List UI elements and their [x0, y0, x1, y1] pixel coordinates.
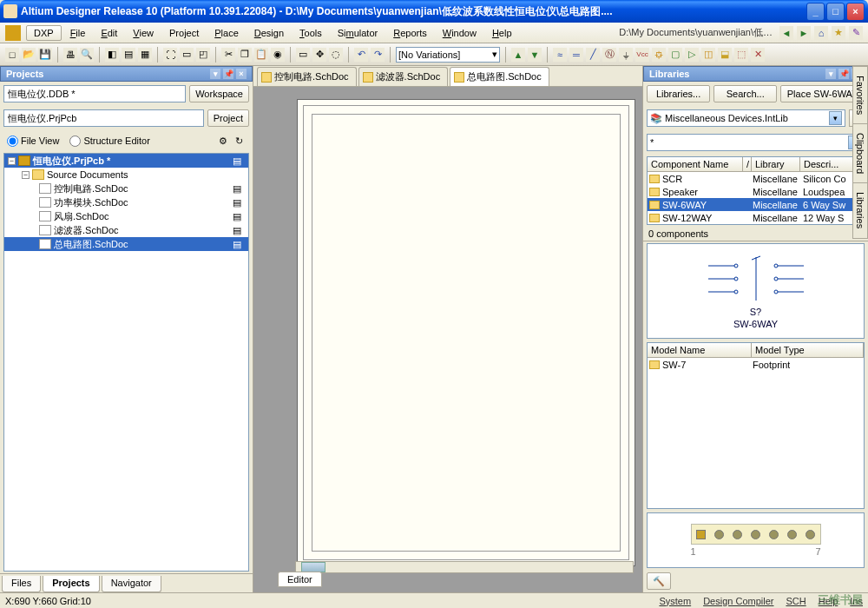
vcc-icon[interactable]: Vcc: [635, 48, 649, 62]
net-label-icon[interactable]: Ⓝ: [602, 48, 616, 62]
side-tab[interactable]: Favorites: [852, 66, 868, 124]
layers-icon[interactable]: ▤: [122, 48, 135, 62]
project-button[interactable]: Project: [207, 109, 249, 127]
lib-panel-pin-icon[interactable]: 📌: [838, 69, 849, 79]
zoom-area-icon[interactable]: ▭: [180, 48, 194, 62]
sheet-entry-icon[interactable]: ▷: [685, 48, 699, 62]
bus-icon[interactable]: ═: [569, 48, 583, 62]
libraries-panel-header[interactable]: Libraries ▾ 📌 ×: [643, 66, 868, 82]
nav-back-icon[interactable]: ◄: [779, 26, 793, 40]
print-preview-icon[interactable]: 🔍: [80, 48, 94, 62]
horizontal-scrollbar[interactable]: [295, 561, 634, 573]
col-sort-icon[interactable]: /: [743, 157, 752, 171]
menu-file[interactable]: File: [63, 25, 93, 41]
status-link[interactable]: SCH: [786, 596, 806, 606]
filter-input[interactable]: * ▾: [647, 134, 865, 151]
structure-editor-radio[interactable]: Structure Editor: [69, 135, 149, 147]
no-erc-icon[interactable]: ✕: [751, 48, 765, 62]
tab-navigator[interactable]: Navigator: [102, 576, 161, 592]
tree-doc-item[interactable]: 功率模块.SchDoc▤: [4, 195, 248, 209]
menu-simulator[interactable]: Simulator: [331, 25, 385, 41]
dxp-button[interactable]: DXP: [26, 25, 62, 41]
nav-fwd-icon[interactable]: ►: [797, 26, 811, 40]
component-row[interactable]: SW-12WAYMiscellane12 Way S: [648, 211, 864, 224]
bus-entry-icon[interactable]: ╱: [586, 48, 600, 62]
mask-button[interactable]: 🔨: [647, 572, 671, 590]
status-link[interactable]: System: [659, 596, 691, 606]
project-tree[interactable]: −恒电位仪.PrjPcb * ▤ −Source Documents 控制电路.…: [3, 153, 249, 572]
menu-place[interactable]: Place: [207, 25, 246, 41]
move-icon[interactable]: ✥: [312, 48, 326, 62]
copy-icon[interactable]: ❐: [238, 48, 252, 62]
tree-project-root[interactable]: −恒电位仪.PrjPcb * ▤: [4, 154, 248, 168]
model-list[interactable]: Model Name Model Type SW-7 Footprint: [647, 342, 865, 509]
cut-icon[interactable]: ✂: [221, 48, 235, 62]
menu-project[interactable]: Project: [162, 25, 206, 41]
device-sheet-icon[interactable]: ◫: [701, 48, 715, 62]
tree-doc-item[interactable]: 风扇.SchDoc▤: [4, 209, 248, 223]
edit-icon[interactable]: ✎: [849, 26, 863, 40]
harness-icon[interactable]: ⬚: [734, 48, 748, 62]
tab-projects[interactable]: Projects: [43, 576, 99, 592]
select-icon[interactable]: ▭: [296, 48, 310, 62]
panel-pin-icon[interactable]: 📌: [223, 69, 233, 79]
favorites-icon[interactable]: ★: [832, 26, 845, 40]
open-icon[interactable]: 📂: [22, 48, 36, 62]
col-model-name[interactable]: Model Name: [648, 343, 752, 357]
col-component-name[interactable]: Component Name: [648, 157, 743, 171]
search-button[interactable]: Search...: [713, 85, 777, 102]
hierarchy-up-icon[interactable]: ▲: [511, 48, 525, 62]
doc-tab[interactable]: 总电路图.SchDoc: [450, 67, 549, 86]
library-select[interactable]: 📚 Miscellaneous Devices.IntLib ▾: [647, 109, 845, 127]
lib-panel-menu-icon[interactable]: ▾: [825, 69, 836, 79]
doc-tab[interactable]: 滤波器.SchDoc: [358, 67, 449, 86]
docs-icon[interactable]: ▦: [138, 48, 152, 62]
projects-panel-header[interactable]: Projects ▾ 📌 ×: [0, 66, 253, 82]
panel-menu-icon[interactable]: ▾: [210, 69, 220, 79]
home-icon[interactable]: ⌂: [814, 26, 828, 40]
model-row[interactable]: SW-7 Footprint: [648, 358, 864, 371]
schematic-canvas[interactable]: Editor: [253, 87, 642, 592]
menu-reports[interactable]: Reports: [386, 25, 434, 41]
close-button[interactable]: ×: [846, 3, 865, 21]
side-tab[interactable]: Libraries: [852, 182, 868, 238]
menu-help[interactable]: Help: [485, 25, 519, 41]
tree-doc-item[interactable]: 总电路图.SchDoc▤: [4, 237, 248, 251]
minimize-button[interactable]: _: [806, 3, 825, 21]
component-row[interactable]: SCRMiscellaneSilicon Co: [648, 172, 864, 185]
doc-tab[interactable]: 控制电路.SchDoc: [257, 67, 357, 86]
panel-close-icon[interactable]: ×: [236, 69, 247, 79]
workspace-input[interactable]: [3, 85, 186, 102]
rubber-stamp-icon[interactable]: ◉: [271, 48, 285, 62]
component-row[interactable]: SW-6WAYMiscellane6 Way Sw: [648, 198, 864, 211]
menu-edit[interactable]: Edit: [94, 25, 124, 41]
project-input[interactable]: [3, 109, 204, 127]
part-icon[interactable]: ⯐: [652, 48, 666, 62]
libraries-button[interactable]: Libraries...: [647, 85, 710, 102]
paste-icon[interactable]: 📋: [254, 48, 268, 62]
zoom-select-icon[interactable]: ◰: [196, 48, 210, 62]
devices-icon[interactable]: ◧: [105, 48, 119, 62]
component-row[interactable]: SpeakerMiscellaneLoudspea: [648, 185, 864, 198]
menu-tools[interactable]: Tools: [293, 25, 329, 41]
file-view-radio[interactable]: File View: [7, 135, 59, 147]
tree-doc-item[interactable]: 控制电路.SchDoc▤: [4, 182, 248, 195]
menu-window[interactable]: Window: [436, 25, 483, 41]
tree-source-documents[interactable]: −Source Documents: [4, 168, 248, 182]
zoom-fit-icon[interactable]: ⛶: [163, 48, 177, 62]
undo-icon[interactable]: ↶: [354, 48, 368, 62]
side-tab[interactable]: Clipboard: [852, 123, 868, 183]
editor-tab[interactable]: Editor: [278, 572, 322, 587]
menu-view[interactable]: View: [126, 25, 161, 41]
col-model-type[interactable]: Model Type: [752, 343, 864, 357]
tree-doc-item[interactable]: 滤波器.SchDoc▤: [4, 223, 248, 237]
hierarchy-down-icon[interactable]: ▼: [528, 48, 542, 62]
menu-design[interactable]: Design: [247, 25, 291, 41]
compile-icon[interactable]: ⚙: [216, 134, 230, 148]
col-library[interactable]: Library: [752, 157, 800, 171]
redo-icon[interactable]: ↷: [371, 48, 385, 62]
sheet-symbol-icon[interactable]: ▢: [668, 48, 682, 62]
maximize-button[interactable]: □: [826, 3, 845, 21]
new-icon[interactable]: □: [5, 48, 19, 62]
refresh-icon[interactable]: ↻: [232, 134, 246, 148]
